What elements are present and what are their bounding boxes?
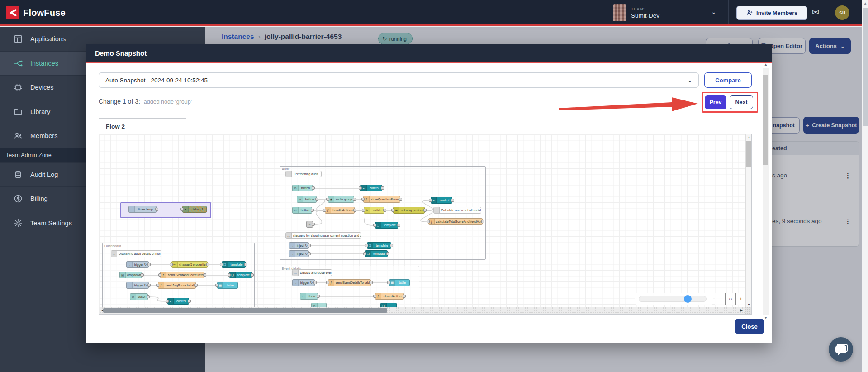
sidebar-item-label: Devices — [30, 84, 54, 91]
tab-flow-2[interactable]: Flow 2 — [99, 118, 186, 134]
flow-node-template[interactable]: ❏template — [367, 242, 391, 249]
page-scrollbar[interactable]: ▲ — [862, 0, 868, 372]
flow-node-sendAvgScore to table[interactable]: ƒsendAvgScore to table — [158, 282, 196, 289]
flow-node-label: dropdown — [126, 273, 142, 277]
flow-node-control[interactable]: ⌁control — [360, 185, 382, 191]
close-button[interactable]: Close — [735, 319, 764, 334]
flow-node-label: change 5 properties — [178, 263, 207, 266]
flow-node-trigger ↻[interactable]: →trigger ↻ — [292, 279, 315, 286]
canvas-vertical-scrollbar[interactable]: ▲ ▼ — [745, 134, 751, 308]
output-port — [147, 284, 151, 287]
flow-node-inject ↻[interactable]: →inject ↻ — [289, 242, 309, 249]
flow-node-button[interactable]: ⊙button — [130, 293, 148, 300]
instances-icon — [14, 59, 23, 68]
flow-node-label: control — [367, 186, 382, 190]
user-avatar[interactable]: su — [835, 5, 849, 20]
flow-node-button[interactable]: ⊙button — [292, 185, 313, 191]
flow-node-radio-group[interactable]: ◉radio-group — [328, 196, 354, 203]
output-port — [317, 295, 320, 298]
flow-node-template[interactable]: ❏template — [375, 222, 398, 229]
envelope-icon[interactable]: ✉ — [812, 7, 819, 18]
zoom-out-button[interactable]: − — [715, 293, 726, 305]
flow-node-label: trigger ↻ — [133, 263, 148, 267]
zoom-slider-thumb[interactable] — [684, 295, 692, 303]
flow-node-label: closedAction — [381, 295, 403, 298]
input-port — [427, 220, 430, 223]
snapshot-select[interactable]: Auto Snapshot - 2024-09-24 10:52:45 ⌄ — [99, 72, 699, 88]
input-port — [362, 209, 365, 212]
scroll-down-icon[interactable]: ▼ — [763, 316, 769, 320]
zoom-slider-track[interactable] — [639, 296, 707, 302]
sidebar-item-label: Team Settings — [30, 219, 72, 227]
scroll-right-icon[interactable]: ▶ — [738, 308, 745, 312]
flow-node-sendEventDetailsTo table[interactable]: ƒsendEventDetailsTo table — [328, 279, 371, 286]
canvas-horizontal-scrollbar[interactable]: ◀ ▶ — [99, 307, 746, 314]
dialog-scrollbar[interactable]: ▲ ▼ — [763, 68, 769, 315]
inject-node-icon: → — [293, 280, 299, 286]
flow-node-trigger ↻[interactable]: →trigger ↻ — [126, 282, 149, 289]
flow-node-debug 1[interactable]: ●debug 1 — [182, 206, 207, 213]
team-name: Sumit-Dev — [631, 12, 659, 19]
flow-node-button[interactable]: ⊙button — [292, 207, 312, 214]
invite-members-button[interactable]: Invite Members — [736, 6, 807, 20]
flow-node-inject ↻[interactable]: →inject ↻ — [289, 250, 309, 257]
flow-node-label: control — [174, 300, 189, 303]
dialog-header: Demo Snapshot — [86, 44, 772, 63]
flow-node-label: table — [223, 284, 237, 287]
flow-node-label: inject ↻ — [295, 252, 308, 256]
zoom-slider[interactable] — [635, 293, 713, 305]
change-description: added node 'group' — [144, 99, 192, 105]
flow-node-storeQuestionScore[interactable]: ƒstoreQuestionScore — [363, 196, 400, 203]
flow-node-template[interactable]: ❏template — [365, 250, 388, 257]
flow-node-label: handleActions — [331, 209, 354, 212]
flow-node-label: button — [303, 198, 316, 201]
flow-node-closedAction[interactable]: ƒclosedAction — [375, 293, 404, 300]
scroll-up-icon[interactable]: ▲ — [862, 1, 868, 5]
zoom-reset-button[interactable]: ○ — [725, 293, 736, 305]
next-button[interactable]: Next — [730, 95, 753, 109]
zoom-in-button[interactable]: + — [735, 293, 746, 305]
flowfuse-brand[interactable]: FlowFuse — [6, 6, 66, 19]
flow-node-control[interactable]: ⌁control — [431, 197, 452, 204]
flow-node-table[interactable]: ▦table — [217, 282, 238, 289]
invite-members-label: Invite Members — [756, 10, 797, 16]
flow-node-label: Performing audit — [292, 172, 321, 176]
scroll-up-icon[interactable]: ▲ — [746, 135, 752, 139]
flow-node-timestamp[interactable]: →timestamp — [128, 206, 157, 213]
flow-node-link[interactable]: ⌗ — [306, 221, 313, 228]
flow-node-Displaying audit details of month[interactable]: …Displaying audit details of month — [111, 250, 161, 257]
sidebar-item-label: Billing — [30, 195, 48, 202]
chevron-down-icon[interactable]: ⌄ — [711, 8, 716, 15]
flow-node-switch[interactable]: ⋔switch — [364, 207, 384, 214]
flow-node-template[interactable]: ❏template — [222, 261, 246, 268]
flow-node-label: Display and close events — [299, 271, 332, 274]
scroll-down-icon[interactable]: ▼ — [746, 303, 752, 307]
team-selector[interactable]: TEAM: Sumit-Dev — [613, 4, 659, 21]
compare-button[interactable]: Compare — [704, 72, 752, 88]
flow-node-Performing audit[interactable]: …Performing audit — [285, 171, 322, 177]
flow-node-steppers for showing user current question and group[interactable]: …steppers for showing user current quest… — [285, 232, 361, 239]
flow-node-template[interactable]: ❏template — [229, 272, 252, 278]
flow-node-trigger ↻[interactable]: →trigger ↻ — [126, 261, 149, 268]
flow-node-table[interactable]: ▦table — [389, 279, 410, 286]
prev-button[interactable]: Prev — [705, 95, 726, 109]
flow-node-dropdown[interactable]: ▤dropdown — [119, 272, 142, 278]
flow-node-Display and close events[interactable]: …Display and close events — [292, 269, 332, 276]
change-status: Change 1 of 3: added node 'group' — [99, 98, 192, 105]
flow-node-change 5 properties[interactable]: ≔change 5 properties — [171, 261, 208, 268]
flow-node-label: template — [373, 244, 391, 247]
input-port — [158, 273, 161, 277]
output-port — [381, 186, 384, 190]
flow-node-Calculate and reset all variable[interactable]: …Calculate and reset all variable — [433, 207, 481, 214]
chat-widget-button[interactable] — [829, 337, 853, 362]
flow-node-calculateTotalScoreAndNeedAudit[interactable]: ƒcalculateTotalScoreAndNeedAudit — [428, 218, 483, 225]
flow-canvas[interactable]: AuditDashboardEvent details→timestamp●de… — [99, 134, 752, 315]
flow-node-form[interactable]: ▭form — [300, 293, 318, 300]
scroll-up-icon[interactable]: ▲ — [763, 62, 769, 67]
inject-node-icon: → — [127, 282, 133, 288]
flow-node-handleActions[interactable]: ƒhandleActions — [325, 207, 355, 214]
flow-node-set msg.payload[interactable]: ≔set msg.payload — [393, 207, 425, 214]
flow-node-button[interactable]: ⊙button — [297, 196, 317, 203]
flow-node-sendEventAndScoreDetails[interactable]: ƒsendEventAndScoreDetails — [160, 272, 204, 278]
flow-node-control[interactable]: ⌁control — [167, 298, 189, 305]
